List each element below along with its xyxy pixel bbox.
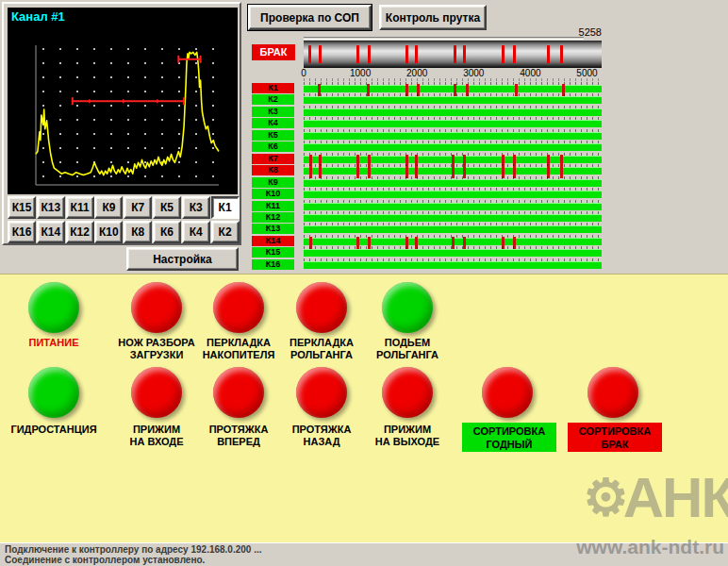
channel-defect-rows: К1К2К3К4К5К6К7К8К9К10К11К12К13К14К15К16 — [251, 82, 609, 271]
channel-row-К10: К10 — [251, 188, 609, 199]
channel-row-label: К5 — [252, 130, 294, 141]
status-line-2: Соединение с контроллером установлено. — [5, 555, 723, 565]
control-panel: ПИТАНИЕНОЖ РАЗБОРА ЗАГРУЗКИПЕРКЛАДКА НАК… — [0, 274, 728, 542]
rod-defect-mark — [463, 45, 466, 63]
rod-defect-mark — [513, 45, 516, 63]
channel-button-К14[interactable]: К14 — [37, 221, 65, 243]
channel-button-К10[interactable]: К10 — [94, 221, 123, 243]
channel-row-bar — [304, 120, 602, 127]
channel-row-label: К8 — [252, 165, 294, 175]
channel-button-К8[interactable]: К8 — [124, 221, 152, 243]
rod-defect-mark — [560, 45, 563, 63]
channel-button-К9[interactable]: К9 — [94, 196, 123, 219]
channel-row-label: К3 — [252, 107, 294, 117]
control-button-нож разбора[interactable] — [131, 282, 182, 333]
rod-defect-mark — [502, 45, 505, 63]
control-button-протяжка[interactable] — [296, 367, 347, 418]
control-button-питание[interactable] — [28, 282, 79, 333]
length-ruler: 010002000300040005000 — [304, 68, 604, 82]
ruler-label: 2000 — [406, 68, 427, 78]
channel-row-bar — [304, 96, 602, 104]
sop-check-button[interactable]: Проверка по СОП — [248, 5, 372, 30]
sorting-label: СОРТИРОВКА БРАК — [568, 423, 662, 452]
control-button-label: ПРИЖИМ НА ВЫХОДЕ — [356, 424, 459, 448]
channel-row-label: К15 — [252, 247, 294, 258]
channel-title: Канал #1 — [11, 9, 65, 24]
control-button-прижим[interactable] — [131, 367, 182, 418]
channel-button-К15[interactable]: К15 — [8, 196, 36, 219]
channel-row-К12: К12 — [251, 211, 609, 223]
channel-row-К15: К15 — [251, 246, 609, 258]
channel-row-bar — [304, 238, 602, 245]
channel-row-bar — [304, 214, 602, 222]
rod-defect-mark — [356, 45, 359, 63]
ruler-label: 1000 — [350, 68, 371, 78]
app-window: Канал #1 К15К13К11К9К7К5К3К1К16К14К12К10… — [0, 0, 728, 566]
ruler-label: 3000 — [463, 68, 484, 78]
status-line-1: Подключение к контроллеру по адресу 192.… — [5, 544, 723, 555]
channel-row-bar — [304, 156, 602, 163]
sorting-label: СОРТИРОВКА ГОДНЫЙ — [462, 423, 556, 452]
control-button-перкладка[interactable] — [296, 282, 347, 333]
rod-defect-mark — [405, 45, 408, 63]
channel-button-К3[interactable]: К3 — [182, 196, 210, 219]
channel-button-К7[interactable]: К7 — [124, 196, 152, 219]
control-button-протяжка[interactable] — [213, 367, 264, 418]
channel-row-bar — [304, 143, 602, 151]
channel-row-К6: К6 — [251, 141, 609, 152]
scope-panel: Канал #1 К15К13К11К9К7К5К3К1К16К14К12К10… — [2, 2, 241, 245]
channel-row-bar — [304, 249, 602, 257]
control-button-прижим[interactable] — [382, 367, 433, 418]
channel-row-bar — [304, 225, 602, 233]
sorting-lamp[interactable] — [587, 367, 638, 418]
rod-defect-bar — [304, 41, 602, 68]
channel-row-К7: К7 — [251, 153, 609, 164]
channel-row-label: К13 — [252, 224, 294, 234]
channel-row-К8: К8 — [251, 164, 609, 175]
ruler-label: 0 — [301, 68, 306, 78]
channel-row-bar — [304, 261, 602, 269]
channel-button-К6[interactable]: К6 — [153, 221, 181, 243]
channel-button-К13[interactable]: К13 — [37, 196, 65, 219]
channel-button-К12[interactable]: К12 — [66, 221, 94, 243]
channel-row-К16: К16 — [251, 258, 609, 270]
channel-button-К2[interactable]: К2 — [211, 221, 240, 243]
channel-row-label: К10 — [252, 189, 294, 199]
channel-row-К2: К2 — [251, 93, 609, 105]
channel-row-bar — [304, 191, 602, 198]
channel-row-К4: К4 — [251, 117, 609, 128]
channel-row-label: К14 — [252, 236, 294, 246]
control-button-label: ПИТАНИЕ — [2, 337, 106, 349]
ascan-waveform — [8, 8, 238, 194]
channel-button-К11[interactable]: К11 — [66, 196, 94, 219]
channel-row-bar — [304, 203, 602, 210]
rod-defect-mark — [368, 45, 371, 63]
channel-button-К16[interactable]: К16 — [8, 221, 36, 243]
channel-row-К5: К5 — [251, 129, 609, 141]
channel-row-label: К12 — [252, 212, 294, 223]
channel-row-bar — [304, 179, 602, 187]
rod-defect-mark — [547, 45, 550, 63]
rod-defect-mark — [454, 45, 456, 63]
settings-button[interactable]: Настройка — [126, 247, 239, 271]
channel-row-К3: К3 — [251, 106, 609, 117]
rod-length-value: 5258 — [564, 26, 602, 38]
control-button-перкладка[interactable] — [213, 282, 264, 333]
ruler-ticks — [304, 78, 602, 81]
channel-row-label: К16 — [252, 259, 294, 270]
control-button-гидростанция[interactable] — [28, 367, 79, 418]
channel-row-label: К2 — [252, 94, 294, 105]
channel-button-К4[interactable]: К4 — [182, 221, 210, 243]
channel-button-К5[interactable]: К5 — [153, 196, 181, 219]
ascan-display: Канал #1 — [8, 8, 238, 194]
rod-defect-mark — [319, 45, 322, 63]
control-button-подьем[interactable] — [382, 282, 433, 333]
channel-row-К13: К13 — [251, 223, 609, 234]
sorting-lamp[interactable] — [482, 367, 533, 418]
rod-control-button[interactable]: Контроль прутка — [379, 5, 487, 30]
channel-row-label: К1 — [252, 83, 294, 93]
channel-row-label: К4 — [252, 118, 294, 128]
channel-button-К1[interactable]: К1 — [211, 196, 240, 219]
channel-row-label: К6 — [252, 142, 294, 152]
channel-row-label: К9 — [252, 177, 294, 188]
